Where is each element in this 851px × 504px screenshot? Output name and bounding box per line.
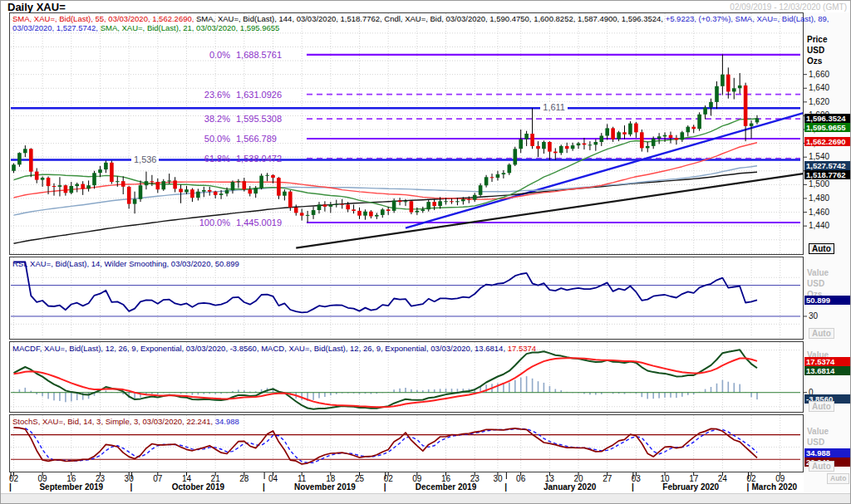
fib-percent-label: 100.0%: [194, 218, 230, 228]
month-separator: |: [130, 482, 133, 492]
main-axis-tick-label: 1,440: [809, 222, 829, 230]
rsi-legend: RSI, XAU=, Bid(Last), 14, Wilder Smoothi…: [12, 259, 239, 268]
x-axis-auto-button[interactable]: Auto: [827, 473, 849, 484]
level-price-label: 1,611: [540, 102, 568, 112]
x-axis-month-label: November 2019: [294, 482, 356, 492]
macd-price-badge: 17.5374: [804, 357, 851, 366]
stoch-price-badge: 34.988: [804, 448, 851, 458]
legend-part: SMA, XAU=, Bid(Last), 55, 03/03/2020, 1,…: [12, 14, 196, 23]
legend-part: 03/03/2020, 1,527.5742,: [12, 23, 101, 32]
legend-part: SMA, XAU=, Bid(Last), 21, 03/03/2020, 1,…: [101, 23, 280, 32]
fib-percent-label: 50.0%: [194, 134, 230, 144]
month-separator: |: [632, 482, 634, 492]
main-price-badge: 1,562.2690: [804, 137, 851, 146]
fib-percent-label: 38.2%: [194, 114, 230, 124]
x-axis-month-label: January 2020: [544, 482, 596, 492]
stoch-axis-title: USD: [807, 437, 824, 448]
main-axis-tick-label: 1,460: [809, 208, 829, 217]
legend-part: MACDF, XAU=, Bid(Last), 12, 26, 9, Expon…: [12, 344, 508, 353]
main-price-badge: 1,527.5742: [804, 161, 851, 170]
rsi-axis-tick-label: 30: [809, 312, 818, 321]
x-axis-day-label: 28: [239, 475, 248, 483]
fib-price-label: 1,538.0472: [236, 154, 282, 164]
main-axis-tick-label: 1,480: [809, 194, 829, 203]
macd-auto-button[interactable]: Auto: [809, 401, 834, 412]
x-axis-month-label: October 2019: [172, 482, 224, 492]
main-axis-title: Price: [807, 34, 827, 45]
x-axis-month-label: February 2020: [662, 482, 719, 492]
stoch-axis-title: Value: [807, 426, 829, 437]
macd-legend: MACDF, XAU=, Bid(Last), 12, 26, 9, Expon…: [12, 344, 536, 353]
legend-part: RSI, XAU=, Bid(Last), 14, Wilder Smoothi…: [12, 259, 239, 268]
main-price-badge: 1,518.7762: [804, 170, 851, 179]
month-separator: |: [384, 482, 386, 492]
x-axis-day-label: 25: [355, 475, 364, 483]
fib-price-label: 1,445.0019: [236, 218, 282, 228]
legend-part: SMA, XAU=, Bid(Last), 144, 03/03/2020, 1…: [196, 14, 666, 23]
x-axis-day-label: 04: [268, 475, 278, 483]
main-legend-row-2: 03/03/2020, 1,527.5742, SMA, XAU=, Bid(L…: [12, 23, 279, 32]
rsi-auto-button[interactable]: Auto: [809, 328, 834, 339]
macd-price-badge: 13.6814: [804, 366, 851, 375]
chart-window: Daily XAU= 02/09/2019 - 12/03/2020 (GMT)…: [0, 0, 851, 504]
main-auto-button[interactable]: Auto: [809, 243, 834, 254]
labels-layer: SMA, XAU=, Bid(Last), 55, 03/03/2020, 1,…: [1, 1, 851, 504]
x-axis-month-label: December 2019: [416, 482, 476, 492]
main-price-badge: 1,596.3524: [804, 114, 851, 123]
legend-part: 17.5374: [508, 344, 536, 353]
legend-part: +5.9223, (+0.37%), SMA, XAU=, Bid(Last),…: [666, 14, 829, 23]
fib-price-label: 1,566.789: [236, 134, 277, 144]
main-axis-tick-label: 1,640: [809, 84, 829, 92]
month-separator: |: [504, 482, 507, 492]
x-axis-day-label: 24: [718, 475, 727, 483]
main-axis-title: Ozs: [807, 56, 822, 66]
rsi-price-badge: 50.899: [804, 296, 851, 305]
month-separator: |: [9, 482, 12, 492]
main-axis-tick-label: 1,620: [809, 98, 829, 106]
level-price-label: 1,536: [131, 154, 160, 164]
x-axis-day-label: 06: [516, 475, 525, 483]
fib-price-label: 1,631.0926: [236, 90, 282, 100]
x-axis-month-label: September 2019: [39, 482, 103, 492]
main-legend-row-1: SMA, XAU=, Bid(Last), 55, 03/03/2020, 1,…: [12, 14, 829, 23]
main-axis-tick-label: 1,540: [809, 153, 829, 161]
fib-percent-label: 23.6%: [194, 90, 230, 100]
legend-part: 34.988: [215, 417, 239, 426]
legend-part: StochS, XAU=, Bid, 14, 3, Simple, 3, 03/…: [12, 417, 215, 426]
main-axis-tick-label: 1,500: [809, 180, 829, 188]
main-price-badge: 1,595.9655: [804, 123, 851, 132]
stoch-legend: StochS, XAU=, Bid, 14, 3, Simple, 3, 03/…: [12, 417, 239, 426]
fib-percent-label: 61.8%: [194, 154, 230, 164]
stoch-auto-button[interactable]: Auto: [809, 461, 834, 472]
rsi-axis-title: Value: [807, 267, 829, 278]
rsi-axis-title: USD: [807, 278, 824, 289]
fib-price-label: 1,595.5308: [236, 114, 282, 124]
x-axis-day-label: 27: [603, 475, 612, 483]
fib-percent-label: 0.0%: [194, 50, 230, 60]
main-axis-title: USD: [807, 45, 824, 56]
x-axis-day-label: 30: [493, 475, 502, 483]
month-separator: |: [747, 482, 750, 492]
main-axis-tick-label: 1,660: [809, 71, 829, 79]
month-separator: |: [263, 482, 265, 492]
x-axis-month-label: March 2020: [752, 482, 797, 492]
fib-price-label: 1,688.5761: [236, 50, 282, 60]
x-axis-day-label: 07: [153, 475, 162, 483]
